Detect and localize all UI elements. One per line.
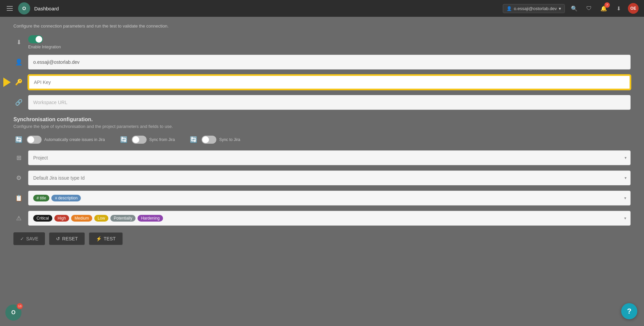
config-subtitle: Configure the connection parameters and … <box>13 24 631 29</box>
auto-create-toggle[interactable] <box>27 136 42 144</box>
fields-tags-container[interactable]: title description ▾ <box>28 191 631 205</box>
project-select-wrapper: Project ▾ <box>28 150 631 165</box>
sync-options: 🔄 Automatically create issues in Jira 🔄 … <box>13 134 631 145</box>
top-navigation: O Dashboard 👤 o.essaji@ostorlab.dev ▾ 🔍 … <box>0 0 644 17</box>
user-field-icon: 👤 <box>13 57 24 67</box>
save-label: SAVE <box>26 236 38 241</box>
main-content: Configure the connection parameters and … <box>0 17 644 326</box>
sync-from-option: 🔄 Sync from Jira <box>118 134 175 145</box>
workspace-icon: 🔗 <box>13 97 24 108</box>
reset-button[interactable]: ↺ RESET <box>49 232 85 245</box>
search-icon: 🔍 <box>571 5 578 12</box>
api-key-wrapper <box>28 75 631 90</box>
issue-type-select-wrapper: Default Jira issue type Id ▾ <box>28 171 631 185</box>
test-button[interactable]: ⚡ TEST <box>89 232 123 245</box>
sync-to-toggle[interactable] <box>202 136 216 144</box>
action-buttons: ✓ SAVE ↺ RESET ⚡ TEST <box>13 232 631 245</box>
test-icon: ⚡ <box>96 236 102 241</box>
api-key-row: 🔑 <box>13 75 631 90</box>
sync-title: Synchronisation configuration. <box>13 117 631 123</box>
notifications-button[interactable]: 🔔 7 <box>598 3 609 14</box>
issue-type-icon: ⚙ <box>13 173 24 183</box>
bottom-logo-text: O <box>11 310 15 316</box>
risk-tags-container[interactable]: Critical High Medium Low Potentially Har… <box>28 211 631 226</box>
risk-tag-high[interactable]: High <box>54 215 69 222</box>
shield-button[interactable]: 🛡 <box>584 3 594 14</box>
help-button[interactable]: ? <box>621 303 637 319</box>
sync-icon-1: 🔄 <box>13 134 24 145</box>
sync-from-toggle[interactable] <box>132 136 147 144</box>
search-button[interactable]: 🔍 <box>569 3 580 14</box>
sync-to-label: Sync to Jira <box>219 137 240 142</box>
risk-icon: ⚠ <box>13 213 24 224</box>
risk-tag-medium[interactable]: Medium <box>71 215 92 222</box>
hamburger-menu[interactable] <box>5 5 14 12</box>
workspace-url-row: 🔗 <box>13 95 631 110</box>
key-icon: 🔑 <box>13 77 24 88</box>
nav-right: 👤 o.essaji@ostorlab.dev ▾ 🔍 🛡 🔔 7 ⬇ OE <box>503 3 639 14</box>
fields-icon: 📋 <box>13 193 24 203</box>
fields-row: 📋 title description ▾ <box>13 191 631 205</box>
username-row: 👤 <box>13 55 631 69</box>
help-icon: ? <box>627 307 631 316</box>
fields-select-arrow: ▾ <box>624 196 626 200</box>
user-menu-button[interactable]: 👤 o.essaji@ostorlab.dev ▾ <box>503 4 565 13</box>
nav-logo: O <box>18 2 30 14</box>
bottom-badge: 13 <box>17 303 23 309</box>
save-check-icon: ✓ <box>20 236 24 241</box>
avatar-text: OE <box>630 6 636 11</box>
sync-subtitle: Configure the type of synchronisation an… <box>13 124 631 129</box>
user-icon: 👤 <box>506 6 512 11</box>
field-tag-title[interactable]: title <box>33 195 49 201</box>
reset-label: RESET <box>62 236 78 241</box>
logo-text: O <box>22 6 26 11</box>
sync-icon-2: 🔄 <box>118 134 129 145</box>
field-tag-description[interactable]: description <box>51 195 81 201</box>
issue-type-select[interactable]: Default Jira issue type Id <box>28 171 631 185</box>
risk-tag-critical[interactable]: Critical <box>33 215 52 222</box>
chevron-down-icon: ▾ <box>559 6 561 11</box>
sync-to-option: 🔄 Sync to Jira <box>188 134 240 145</box>
shield-icon: 🛡 <box>586 5 592 11</box>
enable-integration-row: ⬇ Enable Integration <box>13 35 631 49</box>
notification-badge: 7 <box>604 2 610 8</box>
project-icon: ⊞ <box>13 152 24 163</box>
workspace-url-input[interactable] <box>28 95 631 110</box>
auto-create-option: 🔄 Automatically create issues in Jira <box>13 134 105 145</box>
nav-left: O Dashboard <box>5 2 59 14</box>
save-button[interactable]: ✓ SAVE <box>13 232 45 245</box>
issue-type-row: ⚙ Default Jira issue type Id ▾ <box>13 171 631 185</box>
nav-title: Dashboard <box>34 6 59 11</box>
risk-select-arrow: ▾ <box>624 216 626 221</box>
user-avatar[interactable]: OE <box>628 3 639 14</box>
download-circle-icon: ⬇ <box>13 37 24 48</box>
sync-icon-3: 🔄 <box>188 134 199 145</box>
username-input[interactable] <box>28 55 631 69</box>
api-key-arrow-indicator <box>3 78 11 87</box>
project-select[interactable]: Project <box>28 150 631 165</box>
download-button[interactable]: ⬇ <box>613 3 624 14</box>
sync-section: Synchronisation configuration. Configure… <box>13 117 631 226</box>
enable-integration-toggle[interactable] <box>28 35 43 43</box>
project-row: ⊞ Project ▾ <box>13 150 631 165</box>
user-email: o.essaji@ostorlab.dev <box>514 6 557 11</box>
risk-tag-hardening[interactable]: Hardening <box>138 215 163 222</box>
sync-from-label: Sync from Jira <box>149 137 175 142</box>
auto-create-label: Automatically create issues in Jira <box>44 137 105 142</box>
api-key-input[interactable] <box>28 75 631 90</box>
risk-tag-potentially[interactable]: Potentially <box>110 215 136 222</box>
download-icon: ⬇ <box>616 5 621 12</box>
risk-tag-low[interactable]: Low <box>94 215 108 222</box>
enable-integration-label: Enable Integration <box>28 45 61 49</box>
reset-icon: ↺ <box>56 236 60 241</box>
test-label: TEST <box>104 236 116 241</box>
risk-ratings-row: ⚠ Critical High Medium Low Potentially H… <box>13 211 631 226</box>
